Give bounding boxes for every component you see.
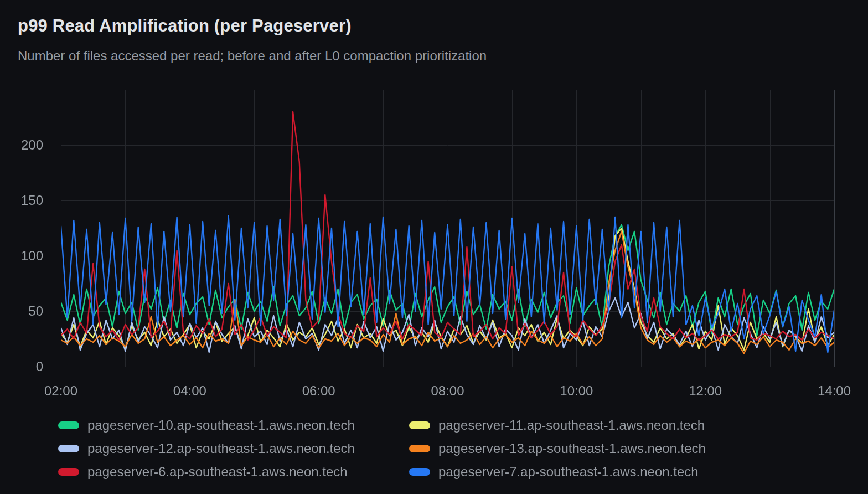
y-tick-label: 0 (0, 359, 43, 374)
legend-swatch (58, 421, 79, 429)
legend-item[interactable]: pageserver-10.ap-southeast-1.aws.neon.te… (58, 418, 409, 433)
legend-item[interactable]: pageserver-6.ap-southeast-1.aws.neon.tec… (58, 465, 409, 479)
x-tick-label: 02:00 (28, 383, 94, 399)
legend-swatch (409, 445, 430, 452)
legend-item[interactable]: pageserver-11.ap-southeast-1.aws.neon.te… (409, 418, 706, 433)
x-tick-label: 06:00 (286, 383, 352, 399)
legend-swatch (58, 468, 79, 476)
x-tick-label: 04:00 (157, 383, 223, 399)
legend-item-label: pageserver-12.ap-southeast-1.aws.neon.te… (87, 441, 355, 456)
y-tick-label: 200 (0, 137, 43, 153)
legend-item-label: pageserver-7.ap-southeast-1.aws.neon.tec… (438, 465, 699, 479)
chart-panel: p99 Read Amplification (per Pageserver) … (0, 0, 868, 494)
legend: pageserver-10.ap-southeast-1.aws.neon.te… (58, 414, 706, 483)
legend-item[interactable]: pageserver-12.ap-southeast-1.aws.neon.te… (58, 441, 409, 456)
legend-item-label: pageserver-13.ap-southeast-1.aws.neon.te… (438, 441, 706, 456)
legend-swatch (409, 421, 430, 429)
legend-item-label: pageserver-11.ap-southeast-1.aws.neon.te… (438, 418, 705, 433)
legend-swatch (58, 445, 79, 452)
legend-swatch (409, 468, 430, 476)
legend-item-label: pageserver-10.ap-southeast-1.aws.neon.te… (87, 418, 355, 433)
x-tick-label: 14:00 (801, 383, 867, 399)
x-tick-label: 10:00 (543, 383, 609, 399)
x-tick-label: 12:00 (672, 383, 738, 399)
x-tick-label: 08:00 (415, 383, 481, 399)
legend-item-label: pageserver-6.ap-southeast-1.aws.neon.tec… (87, 465, 348, 479)
y-tick-label: 100 (0, 248, 43, 264)
y-tick-label: 150 (0, 193, 43, 208)
y-tick-label: 50 (0, 303, 43, 319)
legend-item[interactable]: pageserver-7.ap-southeast-1.aws.neon.tec… (409, 465, 706, 479)
legend-item[interactable]: pageserver-13.ap-southeast-1.aws.neon.te… (409, 441, 706, 456)
